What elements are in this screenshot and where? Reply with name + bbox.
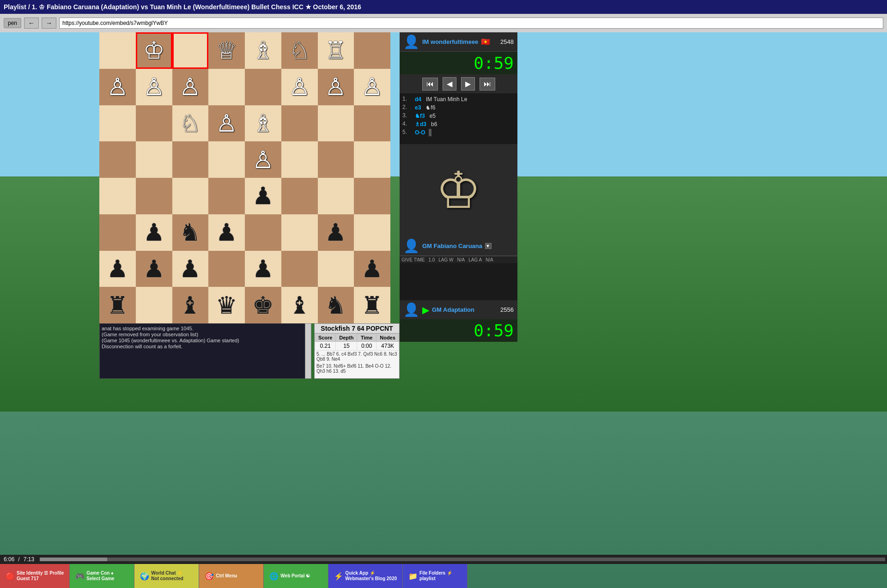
engine-depth: 15 (336, 342, 357, 351)
piece-bP: ♟ (361, 257, 383, 281)
board-cell-r2-c4[interactable]: ♗ (245, 105, 281, 142)
progress-track[interactable] (40, 558, 885, 561)
board-cell-r2-c6[interactable] (318, 105, 354, 142)
move-white-0[interactable]: d4 (413, 96, 423, 103)
board-cell-r3-c2[interactable] (172, 141, 209, 178)
file-line1: File Folders ⚡ (419, 570, 452, 576)
board-cell-r0-c0[interactable] (99, 32, 136, 69)
player2-scroll-btn[interactable]: ▼ (485, 243, 492, 249)
progress-fill (40, 558, 107, 561)
board-cell-r1-c0[interactable]: ♙ (99, 69, 136, 105)
taskbar-file-folders[interactable]: 📁 File Folders ⚡ playlist (403, 564, 468, 588)
url-input[interactable] (59, 18, 883, 29)
taskbar-web-portal[interactable]: 🌐 Web Portal ☯ (264, 564, 328, 588)
board-cell-r2-c7[interactable] (354, 105, 390, 142)
move-white-1[interactable]: e3 (413, 104, 422, 111)
board-cell-r5-c4[interactable] (245, 214, 281, 251)
board-cell-r4-c7[interactable] (354, 178, 390, 214)
play-button[interactable]: ▶ (461, 77, 475, 91)
board-cell-r7-c6[interactable]: ♞ (318, 287, 354, 323)
move-black-0[interactable]: IM Tuan Minh Le (425, 96, 468, 103)
chess-board[interactable]: ♔♕♗♘♖♙♙♙♙♙♙♘♙♗♙♟♟♞♟♟♟♟♟♟♟♜♝♛♚♝♞♜ (99, 32, 390, 323)
board-cell-r4-c0[interactable] (99, 178, 136, 214)
move-white-2[interactable]: ♞f3 (413, 112, 426, 120)
board-cell-r2-c5[interactable] (281, 105, 318, 142)
board-cell-r1-c4[interactable] (245, 69, 281, 105)
board-cell-r7-c5[interactable]: ♝ (281, 287, 318, 323)
move-black-4[interactable] (429, 129, 431, 136)
board-cell-r6-c7[interactable]: ♟ (354, 251, 390, 287)
move-white-3[interactable]: ♗d3 (413, 121, 428, 128)
board-cell-r3-c3[interactable] (208, 141, 245, 178)
board-cell-r4-c1[interactable] (136, 178, 172, 214)
last-move-button[interactable]: ⏭ (480, 78, 495, 91)
board-cell-r0-c6[interactable]: ♖ (318, 32, 354, 69)
engine-col-depth: Depth (336, 334, 357, 342)
board-cell-r7-c0[interactable]: ♜ (99, 287, 136, 323)
taskbar-world-chat[interactable]: 🌍 World Chat ⚡ Not connected (134, 564, 199, 588)
board-cell-r2-c1[interactable] (136, 105, 172, 142)
board-cell-r5-c3[interactable]: ♟ (208, 214, 245, 251)
move-black-2[interactable]: e5 (428, 112, 437, 120)
board-cell-r4-c4[interactable]: ♟ (245, 178, 281, 214)
board-cell-r6-c4[interactable]: ♟ (245, 251, 281, 287)
board-cell-r4-c2[interactable] (172, 178, 209, 214)
board-cell-r7-c3[interactable]: ♛ (208, 287, 245, 323)
board-cell-r2-c2[interactable]: ♘ (172, 105, 209, 142)
board-cell-r5-c7[interactable] (354, 214, 390, 251)
taskbar-ctrl-menu[interactable]: 🎯 Ctrl Menu (199, 564, 264, 588)
board-cell-r5-c6[interactable]: ♟ (318, 214, 354, 251)
board-cell-r1-c2[interactable]: ♙ (172, 69, 209, 105)
board-cell-r3-c6[interactable] (318, 141, 354, 178)
board-cell-r6-c6[interactable] (318, 251, 354, 287)
board-cell-r0-c5[interactable]: ♘ (281, 32, 318, 69)
board-cell-r7-c1[interactable] (136, 287, 172, 323)
board-cell-r5-c1[interactable]: ♟ (136, 214, 172, 251)
taskbar-site-identity[interactable]: 🔴 Site Identity ☰ Profile Guest 717 (0, 564, 70, 588)
bottom-player-name-inline[interactable]: GM Fabiano Caruana (422, 242, 482, 249)
chat-scrollbar[interactable] (305, 323, 311, 379)
move-black-3[interactable]: b6 (430, 121, 438, 128)
board-cell-r6-c5[interactable] (281, 251, 318, 287)
board-cell-r1-c5[interactable]: ♙ (281, 69, 318, 105)
back-button[interactable]: ← (24, 18, 39, 29)
board-cell-r0-c4[interactable]: ♗ (245, 32, 281, 69)
board-cell-r5-c5[interactable] (281, 214, 318, 251)
taskbar-game-con[interactable]: 🎮 Game Con ♠ Select Game (70, 564, 134, 588)
board-cell-r1-c3[interactable] (208, 69, 245, 105)
board-cell-r3-c0[interactable] (99, 141, 136, 178)
move-black-1[interactable]: ♞f6 (424, 104, 437, 111)
prev-move-button[interactable]: ◀ (443, 77, 456, 91)
board-cell-r0-c7[interactable] (354, 32, 390, 69)
board-cell-r7-c4[interactable]: ♚ (245, 287, 281, 323)
forward-button[interactable]: → (42, 18, 56, 29)
board-cell-r3-c5[interactable] (281, 141, 318, 178)
board-cell-r5-c0[interactable] (99, 214, 136, 251)
board-cell-r0-c1[interactable]: ♔ (136, 32, 172, 69)
move-white-4[interactable]: O-O (413, 129, 427, 136)
board-cell-r0-c2[interactable] (172, 32, 209, 69)
board-cell-r3-c4[interactable]: ♙ (245, 141, 281, 178)
board-cell-r6-c0[interactable]: ♟ (99, 251, 136, 287)
board-cell-r4-c5[interactable] (281, 178, 318, 214)
board-cell-r3-c1[interactable] (136, 141, 172, 178)
board-cell-r7-c2[interactable]: ♝ (172, 287, 209, 323)
taskbar-quick-app[interactable]: ⚡ Quick App ⚡ Webmaster's Blog 2020 (328, 564, 403, 588)
board-cell-r1-c6[interactable]: ♙ (318, 69, 354, 105)
open-button[interactable]: pen (4, 18, 21, 28)
board-cell-r1-c1[interactable]: ♙ (136, 69, 172, 105)
board-cell-r2-c3[interactable]: ♙ (208, 105, 245, 142)
board-cell-r7-c7[interactable]: ♜ (354, 287, 390, 323)
board-cell-r6-c2[interactable]: ♟ (172, 251, 209, 287)
board-cell-r4-c3[interactable] (208, 178, 245, 214)
board-cell-r5-c2[interactable]: ♞ (172, 214, 209, 251)
board-cell-r3-c7[interactable] (354, 141, 390, 178)
board-cell-r6-c1[interactable]: ♟ (136, 251, 172, 287)
board-cell-r1-c7[interactable]: ♙ (354, 69, 390, 105)
board-cell-r2-c0[interactable] (99, 105, 136, 142)
first-move-button[interactable]: ⏮ (422, 78, 438, 91)
board-cell-r0-c3[interactable]: ♕ (208, 32, 245, 69)
lag-w-value: N/A (457, 257, 465, 262)
board-cell-r4-c6[interactable] (318, 178, 354, 214)
board-cell-r6-c3[interactable] (208, 251, 245, 287)
